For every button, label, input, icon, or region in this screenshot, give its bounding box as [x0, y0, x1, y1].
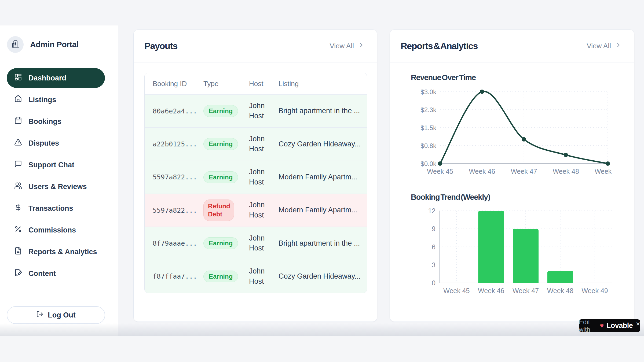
svg-text:$0.0k: $0.0k — [420, 160, 437, 167]
sidebar-item-commissions[interactable]: Commissions — [7, 220, 105, 240]
alert-triangle-icon — [14, 138, 22, 148]
booking-bar-chart: 036912Week 45Week 46Week 47Week 48Week 4… — [414, 207, 617, 297]
sidebar-item-content[interactable]: Content — [7, 264, 105, 283]
booking-id: a22b0125... — [153, 140, 203, 148]
host-name: John Host — [249, 200, 275, 220]
listing-name: Cozy Garden Hideaway... — [279, 271, 367, 282]
arrow-right-icon — [614, 42, 621, 50]
reports-analytics-card: Reports & Analytics View All Revenue Ove… — [390, 29, 634, 322]
table-row[interactable]: f87ffaa7... Earning John Host Cozy Garde… — [145, 260, 367, 293]
table-row[interactable]: 80a6e2a4... Earning John Host Bright apa… — [145, 94, 367, 127]
percent-icon — [14, 225, 22, 235]
dashboard-icon — [14, 73, 22, 83]
table-row[interactable]: 5597a822... Refund Debt John Host Modern… — [145, 194, 367, 227]
table-row[interactable]: a22b0125... Earning John Host Cozy Garde… — [145, 127, 367, 160]
dollar-icon — [14, 204, 22, 213]
table-row[interactable]: 5597a822... Earning John Host Modern Fam… — [145, 161, 367, 194]
svg-text:Week 49: Week 49 — [595, 168, 612, 175]
payouts-title: Payouts — [144, 41, 177, 51]
svg-text:Week 49: Week 49 — [581, 287, 608, 294]
booking-chart-title: Booking Trend (Weekly) — [411, 193, 490, 202]
sidebar-item-disputes[interactable]: Disputes — [7, 133, 105, 153]
arrow-right-icon — [357, 42, 364, 50]
svg-text:Week 46: Week 46 — [478, 287, 504, 294]
payouts-view-all-link[interactable]: View All — [330, 42, 364, 50]
sidebar-item-label: Content — [28, 269, 56, 278]
type-badge: Earning — [203, 271, 238, 282]
column-header-type: Type — [203, 80, 249, 88]
svg-text:Week 47: Week 47 — [513, 287, 539, 294]
reports-view-all-link[interactable]: View All — [587, 42, 621, 50]
column-header-listing: Listing — [279, 80, 367, 88]
sidebar-item-label: Transactions — [28, 204, 73, 213]
sidebar-item-bookings[interactable]: Bookings — [7, 112, 105, 131]
host-name: John Host — [249, 134, 275, 154]
type-badge: Earning — [203, 237, 238, 249]
footer-band — [0, 336, 644, 362]
svg-text:Week 46: Week 46 — [469, 168, 495, 175]
svg-text:$3.0k: $3.0k — [420, 88, 437, 95]
badge-prefix: Edit with — [579, 318, 598, 333]
payouts-table: Booking ID Type Host Listing 80a6e2a4...… — [144, 73, 367, 293]
sidebar-item-dashboard[interactable]: Dashboard — [7, 68, 105, 88]
logout-icon — [36, 311, 43, 320]
sidebar-item-transactions[interactable]: Transactions — [7, 198, 105, 218]
reports-header: Reports & Analytics View All — [390, 30, 634, 62]
svg-text:$2.3k: $2.3k — [420, 106, 437, 113]
sidebar-item-users-reviews[interactable]: Users & Reviews — [7, 177, 105, 197]
brand-avatar — [7, 36, 24, 53]
column-header-host: Host — [249, 80, 279, 88]
close-icon[interactable]: ✕ — [636, 321, 640, 327]
brand-title: Admin Portal — [30, 40, 79, 49]
svg-text:$1.5k: $1.5k — [420, 124, 437, 131]
booking-id: 80a6e2a4... — [153, 107, 203, 115]
file-text-icon — [14, 247, 22, 257]
message-square-icon — [14, 160, 22, 170]
logout-button[interactable]: Log Out — [7, 306, 105, 324]
sidebar-item-label: Listings — [28, 96, 56, 104]
building-icon — [11, 40, 20, 49]
payouts-header: Payouts View All — [134, 30, 377, 62]
listing-name: Cozy Garden Hideaway... — [279, 139, 367, 149]
view-all-label: View All — [330, 42, 354, 50]
table-row[interactable]: 8f79aaae... Earning John Host Bright apa… — [145, 227, 367, 260]
booking-id: 8f79aaae... — [153, 239, 203, 247]
logout-label: Log Out — [48, 311, 75, 319]
sidebar-item-label: Bookings — [28, 117, 61, 126]
svg-text:Week 48: Week 48 — [547, 287, 573, 294]
view-all-label: View All — [587, 42, 611, 50]
sidebar-item-label: Users & Reviews — [28, 183, 87, 191]
listing-name: Modern Family Apartm... — [279, 172, 367, 182]
payouts-table-header: Booking ID Type Host Listing — [145, 73, 367, 94]
listing-name: Bright apartment in the ... — [279, 106, 367, 116]
booking-id: f87ffaa7... — [153, 272, 203, 280]
sidebar-item-support-chat[interactable]: Support Chat — [7, 155, 105, 175]
listing-name: Bright apartment in the ... — [279, 238, 367, 249]
sidebar-item-label: Dashboard — [28, 74, 66, 82]
svg-text:Week 47: Week 47 — [511, 168, 537, 175]
payouts-card: Payouts View All Booking ID Type Host Li… — [133, 29, 377, 322]
heart-icon: ♥ — [600, 322, 604, 329]
calendar-icon — [14, 117, 22, 126]
type-badge: Earning — [203, 105, 238, 117]
revenue-chart-title: Revenue Over Time — [411, 73, 476, 82]
type-badge: Refund Debt — [203, 200, 234, 221]
svg-text:12: 12 — [428, 207, 436, 215]
svg-text:$0.8k: $0.8k — [420, 142, 437, 149]
svg-text:Week 48: Week 48 — [553, 168, 579, 175]
edit-with-lovable-badge[interactable]: Edit with ♥ Lovable ✕ — [579, 319, 640, 332]
sidebar-item-reports-analytics[interactable]: Reports & Analytics — [7, 242, 105, 262]
sidebar-item-label: Commissions — [28, 226, 76, 234]
svg-text:Week 45: Week 45 — [427, 168, 453, 175]
svg-text:6: 6 — [432, 243, 436, 251]
host-name: John Host — [249, 167, 275, 187]
sidebar-item-label: Reports & Analytics — [28, 248, 97, 256]
listing-name: Modern Family Apartm... — [279, 205, 367, 215]
type-badge: Earning — [203, 171, 238, 183]
sidebar-item-listings[interactable]: Listings — [7, 90, 105, 110]
type-badge: Earning — [203, 138, 238, 150]
booking-id: 5597a822... — [153, 206, 203, 214]
sidebar-item-label: Disputes — [28, 139, 59, 147]
svg-text:9: 9 — [432, 225, 436, 232]
svg-text:3: 3 — [432, 261, 436, 269]
